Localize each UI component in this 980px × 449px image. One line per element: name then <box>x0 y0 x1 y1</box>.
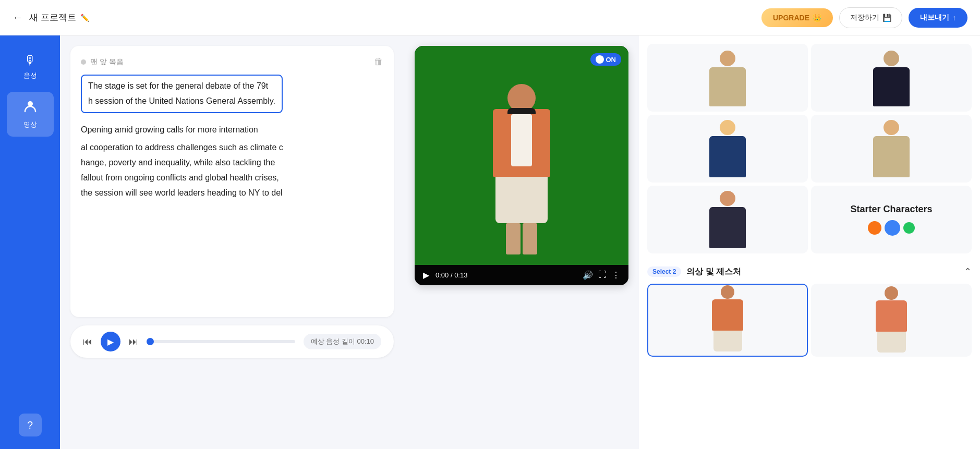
outfit-presenter-2 <box>876 286 907 353</box>
volume-icon[interactable]: 🔊 <box>583 270 593 280</box>
toggle-circle <box>596 55 604 64</box>
starter-icon-blue <box>885 220 900 236</box>
next-button[interactable]: ⏭ <box>129 336 138 347</box>
script-line-1: The stage is set for the general debate … <box>88 79 275 93</box>
char-blue-suit-fig <box>709 120 746 177</box>
prev-button[interactable]: ⏮ <box>83 336 92 347</box>
script-line-5: hange, poverty and inequality, while als… <box>81 155 383 169</box>
presenter-hair <box>507 108 536 114</box>
script-line-7: the session will see world leaders headi… <box>81 186 383 200</box>
fullscreen-icon[interactable]: ⛶ <box>598 270 607 280</box>
character-card-blue-suit[interactable] <box>647 115 808 183</box>
outfit-grid <box>639 277 980 363</box>
right-panel-inner: Starter Characters Select 2 의상 및 제스처 ⌃ <box>639 35 980 449</box>
presenter-skirt <box>495 176 548 223</box>
video-person-icon <box>23 99 38 117</box>
outfit-section-title: 의상 및 제스처 <box>686 266 741 277</box>
video-time: 0:00 / 0:13 <box>435 271 576 279</box>
character-card-black-suit[interactable] <box>811 44 972 112</box>
script-panel: 맨 앞 목음 🗑 The stage is set for the genera… <box>60 35 404 449</box>
script-card: 맨 앞 목음 🗑 The stage is set for the genera… <box>70 46 394 317</box>
char-beige-casual-fig <box>873 120 910 177</box>
crown-icon: 👑 <box>813 14 821 22</box>
sidebar: 🎙 음성 영상 ? <box>0 35 60 449</box>
sidebar-video-label: 영상 <box>23 120 37 129</box>
starter-title-text: Starter Characters <box>850 203 932 215</box>
presenter-leg-right <box>523 223 537 254</box>
chevron-up-icon[interactable]: ⌃ <box>964 266 972 277</box>
header-left: ← 새 프로젝트 ✏️ <box>13 11 89 23</box>
video-control-icons: 🔊 ⛶ ⋮ <box>583 270 620 280</box>
script-highlighted-block[interactable]: The stage is set for the general debate … <box>81 75 283 113</box>
header-right: UPGRADE 👑 저장하기 💾 내보내기 ↑ <box>761 7 967 28</box>
starter-icons <box>868 220 915 236</box>
sidebar-voice-label: 음성 <box>23 71 37 80</box>
toggle-label: ON <box>606 56 616 64</box>
upgrade-label: UPGRADE <box>773 14 809 22</box>
label-dot <box>81 59 86 65</box>
script-line-6: fallout from ongoing conflicts and globa… <box>81 171 383 185</box>
export-label: 내보내기 <box>920 13 949 22</box>
help-button[interactable]: ? <box>19 414 42 436</box>
save-label: 저장하기 <box>850 13 879 22</box>
outfit-presenter-1 <box>712 285 743 351</box>
char-dark-gesture-fig <box>709 191 746 248</box>
char-beige-suit-fig <box>709 49 746 106</box>
more-options-icon[interactable]: ⋮ <box>612 270 620 280</box>
select-badge: Select 2 <box>647 266 681 277</box>
script-line-3: Opening amid growing calls for more inte… <box>81 120 383 139</box>
character-card-beige-casual[interactable] <box>811 115 972 183</box>
video-panel: ON <box>404 35 639 449</box>
project-title: 새 프로젝트 ✏️ <box>29 11 89 23</box>
export-button[interactable]: 내보내기 ↑ <box>909 8 967 28</box>
script-label-text: 맨 앞 목음 <box>90 57 124 67</box>
toggle-on-badge[interactable]: ON <box>590 53 622 66</box>
progress-dot <box>147 338 154 345</box>
header: ← 새 프로젝트 ✏️ UPGRADE 👑 저장하기 💾 내보내기 ↑ <box>0 0 980 35</box>
delete-icon[interactable]: 🗑 <box>374 56 383 67</box>
outfit-card-pink-selected[interactable] <box>647 284 808 357</box>
presenter-legs <box>506 223 537 254</box>
section-header-left: Select 2 의상 및 제스처 <box>647 266 741 277</box>
character-card-dark-gesture[interactable] <box>647 186 808 253</box>
outfit-section-header: Select 2 의상 및 제스처 ⌃ <box>639 259 980 277</box>
presenter-torso <box>493 109 550 177</box>
script-line-4: al cooperation to address challenges suc… <box>81 140 383 154</box>
video-container: ON <box>415 46 628 285</box>
script-line-2: h session of the United Nations General … <box>88 94 275 108</box>
script-label: 맨 앞 목음 <box>81 57 124 67</box>
main-area: 맨 앞 목음 🗑 The stage is set for the genera… <box>60 35 980 449</box>
character-card-beige-suit[interactable] <box>647 44 808 112</box>
microphone-icon: 🎙 <box>24 53 37 68</box>
sidebar-item-video[interactable]: 영상 <box>7 92 54 137</box>
video-background: ON <box>415 46 628 265</box>
character-grid-top: Starter Characters <box>639 35 980 253</box>
question-icon: ? <box>27 419 33 431</box>
export-icon: ↑ <box>952 14 956 22</box>
play-icon: ▶ <box>107 337 114 347</box>
video-controls: ▶ 0:00 / 0:13 🔊 ⛶ ⋮ <box>415 265 628 285</box>
back-button[interactable]: ← <box>13 11 23 23</box>
play-button[interactable]: ▶ <box>101 332 120 351</box>
progress-bar[interactable] <box>147 340 295 343</box>
right-panel: Starter Characters Select 2 의상 및 제스처 ⌃ <box>639 35 980 449</box>
video-play-button[interactable]: ▶ <box>423 270 429 280</box>
save-icon: 💾 <box>882 14 891 22</box>
project-title-text: 새 프로젝트 <box>29 11 76 23</box>
sidebar-item-voice[interactable]: 🎙 음성 <box>7 46 54 88</box>
presenter-leg-left <box>506 223 521 254</box>
save-button[interactable]: 저장하기 💾 <box>839 7 902 28</box>
outfit-card-pink-variant[interactable] <box>811 284 972 357</box>
shirt-detail <box>511 114 532 166</box>
presenter-figure <box>493 56 550 254</box>
sidebar-help-area: ? <box>0 414 60 436</box>
svg-point-0 <box>28 101 33 106</box>
playback-bar: ⏮ ▶ ⏭ 예상 음성 길이 00:10 <box>70 325 394 358</box>
edit-icon[interactable]: ✏️ <box>80 14 89 22</box>
duration-badge: 예상 음성 길이 00:10 <box>304 334 381 349</box>
char-black-suit-fig <box>873 49 910 106</box>
starter-icon-orange <box>868 221 881 235</box>
starter-characters-card[interactable]: Starter Characters <box>811 186 972 253</box>
script-card-header: 맨 앞 목음 🗑 <box>81 56 383 67</box>
upgrade-button[interactable]: UPGRADE 👑 <box>761 8 833 27</box>
